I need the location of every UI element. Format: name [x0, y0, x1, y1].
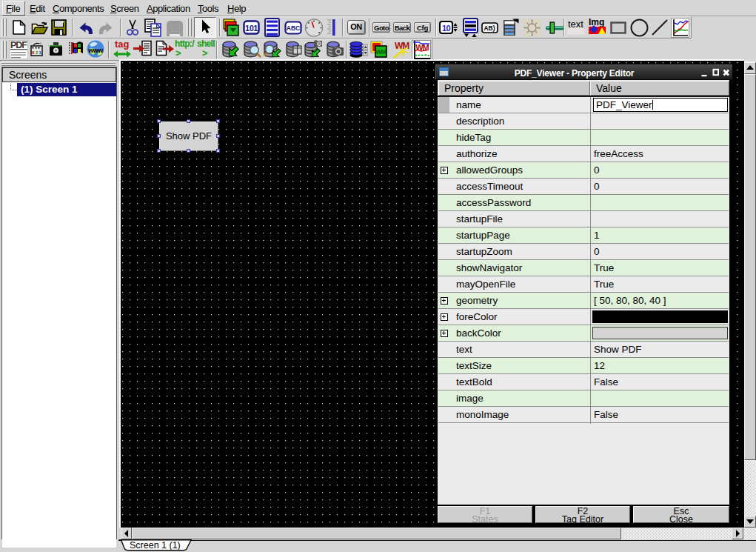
svg-text:ABC: ABC — [287, 24, 301, 32]
svg-text:WM: WM — [375, 48, 387, 56]
svg-text:www: www — [87, 47, 104, 54]
svg-text:WM: WM — [415, 43, 429, 52]
svg-text:10: 10 — [442, 24, 451, 33]
svg-text:101: 101 — [245, 24, 258, 33]
svg-text:PDF: PDF — [10, 40, 27, 50]
svg-text:AB): AB) — [484, 24, 495, 32]
